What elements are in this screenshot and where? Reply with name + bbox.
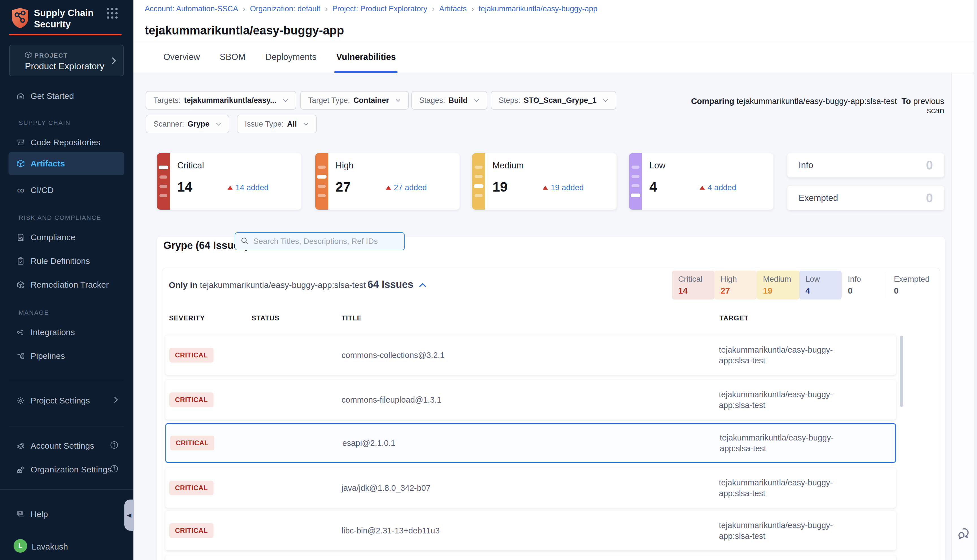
chip-exempted[interactable]: Exempted 0 bbox=[888, 271, 936, 300]
search-input[interactable] bbox=[253, 237, 399, 246]
exempted-summary-card[interactable]: Exempted 0 bbox=[787, 186, 944, 210]
issues-search[interactable] bbox=[235, 232, 405, 250]
triangle-up-icon bbox=[700, 186, 705, 190]
low-summary-card[interactable]: Low 4 4 added bbox=[629, 153, 773, 210]
chevron-up-icon[interactable] bbox=[418, 278, 427, 290]
search-icon bbox=[240, 237, 249, 246]
critical-summary-card[interactable]: Critical 14 14 added bbox=[157, 153, 301, 210]
scanner-filter-dropdown[interactable]: Scanner: Grype bbox=[145, 115, 229, 133]
shield-logo-icon bbox=[11, 7, 29, 30]
table-row[interactable]: CRITICAL commons-fileupload@1.3.1 tejaku… bbox=[165, 380, 896, 420]
table-row[interactable]: CRITICAL java/jdk@1.8.0_342-b07 tejakumm… bbox=[165, 468, 896, 508]
issue-type-filter-dropdown[interactable]: Issue Type: All bbox=[237, 115, 317, 133]
section-supply-chain: SUPPLY CHAIN bbox=[18, 119, 70, 127]
table-row[interactable]: CRITICAL libc-bin@2.31-13+deb11u3 tejaku… bbox=[165, 511, 896, 550]
breadcrumb-artifacts[interactable]: Artifacts bbox=[439, 5, 467, 13]
tab-sbom[interactable]: SBOM bbox=[220, 41, 246, 73]
severity-badge: CRITICAL bbox=[170, 436, 214, 450]
severity-badge: CRITICAL bbox=[169, 392, 214, 407]
sidebar-item-organization-settings[interactable]: Organization Settings bbox=[0, 462, 134, 477]
chip-high[interactable]: High 27 bbox=[714, 271, 757, 300]
breadcrumb-separator: › bbox=[325, 4, 327, 13]
sidebar-item-help[interactable]: Help bbox=[0, 506, 134, 522]
breadcrumb-account[interactable]: Account: Automation-SSCA bbox=[145, 5, 238, 13]
medium-summary-card[interactable]: Medium 19 19 added bbox=[472, 153, 616, 210]
table-row-selected[interactable]: CRITICAL esapi@2.1.0.1 tejakummarikuntla… bbox=[165, 423, 896, 463]
app-title: Supply Chain Security bbox=[34, 7, 94, 30]
sidebar-item-compliance[interactable]: Compliance bbox=[0, 230, 134, 245]
table-row[interactable]: CRITICAL commons-collections@3.2.1 tejak… bbox=[165, 335, 896, 375]
info-circle-icon[interactable] bbox=[110, 464, 119, 475]
targets-filter-dropdown[interactable]: Targets: tejakummarikuntla/easy... bbox=[145, 91, 296, 110]
sidebar-item-get-started[interactable]: Get Started bbox=[0, 88, 134, 104]
section-manage: MANAGE bbox=[18, 309, 49, 317]
info-summary-card[interactable]: Info 0 bbox=[787, 153, 944, 177]
chip-critical[interactable]: Critical 14 bbox=[672, 271, 714, 300]
breadcrumb-separator: › bbox=[242, 4, 246, 13]
column-severity: SEVERITY bbox=[169, 314, 205, 322]
page-scrollbar[interactable] bbox=[974, 0, 977, 560]
sidebar-collapse-handle[interactable]: ◀ bbox=[124, 500, 134, 531]
chevron-down-icon bbox=[474, 98, 479, 102]
chat-bubbles-icon[interactable] bbox=[957, 526, 972, 542]
table-row-partial[interactable] bbox=[165, 555, 896, 560]
project-label: PROJECT bbox=[35, 52, 68, 59]
sidebar-item-remediation-tracker[interactable]: Remediation Tracker bbox=[0, 277, 134, 293]
sidebar-item-code-repositories[interactable]: Code Repositories bbox=[0, 135, 134, 150]
high-severity-band bbox=[315, 153, 328, 210]
sidebar-footer-divider bbox=[0, 489, 134, 490]
sidebar-item-account-settings[interactable]: Account Settings bbox=[0, 438, 134, 454]
sidebar-divider bbox=[9, 427, 124, 427]
code-repositories-icon bbox=[16, 138, 25, 147]
sidebar-item-cicd[interactable]: ∞ CI/CD bbox=[0, 182, 134, 198]
issue-target: tejakummarikuntla/easy-buggy-app:slsa-te… bbox=[719, 477, 847, 499]
chevron-right-icon bbox=[111, 56, 117, 67]
sidebar: Supply Chain Security PROJECT Product E bbox=[0, 0, 134, 560]
high-delta: 27 added bbox=[386, 183, 427, 192]
sidebar-item-artifacts[interactable]: Artifacts bbox=[0, 156, 134, 172]
breadcrumb-organization[interactable]: Organization: default bbox=[250, 5, 320, 13]
issue-target: tejakummarikuntla/easy-buggy-app:slsa-te… bbox=[720, 432, 848, 454]
chevron-down-icon bbox=[283, 98, 288, 102]
gutter-divider bbox=[952, 73, 952, 560]
chip-medium[interactable]: Medium 19 bbox=[757, 271, 799, 300]
column-status: STATUS bbox=[252, 314, 279, 322]
issue-target: tejakummarikuntla/easy-buggy-app:slsa-te… bbox=[719, 520, 847, 542]
severity-badge: CRITICAL bbox=[169, 523, 214, 538]
chevron-right-icon bbox=[114, 396, 119, 406]
app-switcher-grid-icon[interactable] bbox=[106, 7, 119, 21]
issue-title: commons-fileupload@1.3.1 bbox=[341, 395, 441, 405]
column-target: TARGET bbox=[720, 314, 748, 322]
chip-info[interactable]: Info 0 bbox=[842, 271, 884, 300]
issues-count-toggle[interactable]: 64 Issues bbox=[367, 278, 427, 290]
sidebar-item-rule-definitions[interactable]: Rule Definitions bbox=[0, 253, 134, 269]
cicd-infinity-icon: ∞ bbox=[16, 187, 25, 193]
artifact-tabs: Overview SBOM Deployments Vulnerabilitie… bbox=[164, 41, 396, 73]
project-selector[interactable]: PROJECT Product Exploratory bbox=[9, 45, 124, 76]
stages-filter-dropdown[interactable]: Stages: Build bbox=[411, 91, 488, 110]
project-cube-icon bbox=[24, 51, 32, 60]
tab-overview[interactable]: Overview bbox=[164, 41, 200, 73]
artifacts-cube-icon bbox=[16, 159, 25, 168]
info-circle-icon[interactable] bbox=[110, 440, 119, 452]
high-summary-card[interactable]: High 27 27 added bbox=[315, 153, 460, 210]
critical-delta: 14 added bbox=[227, 183, 269, 192]
target-type-filter-dropdown[interactable]: Target Type: Container bbox=[300, 91, 409, 110]
brand-divider bbox=[9, 34, 122, 35]
user-avatar[interactable]: L bbox=[13, 539, 27, 553]
organization-settings-icon bbox=[16, 465, 25, 474]
sidebar-item-project-settings[interactable]: Project Settings bbox=[0, 393, 134, 408]
breadcrumb-project[interactable]: Project: Product Exploratory bbox=[332, 5, 427, 13]
tab-deployments[interactable]: Deployments bbox=[266, 41, 317, 73]
user-name[interactable]: Lavakush bbox=[32, 542, 68, 552]
triangle-up-icon bbox=[227, 186, 233, 190]
chip-low[interactable]: Low 4 bbox=[799, 271, 842, 300]
tab-vulnerabilities[interactable]: Vulnerabilities bbox=[336, 41, 396, 73]
issues-list-scrollbar[interactable] bbox=[900, 336, 903, 407]
steps-filter-dropdown[interactable]: Steps: STO_Scan_Grype_1 bbox=[491, 91, 616, 110]
sidebar-item-integrations[interactable]: Integrations bbox=[0, 324, 134, 340]
triangle-up-icon bbox=[386, 186, 391, 190]
page-title: tejakummarikuntla/easy-buggy-app bbox=[145, 24, 344, 37]
sidebar-item-pipelines[interactable]: Pipelines bbox=[0, 348, 134, 364]
breadcrumb-artifact-name[interactable]: tejakummarikuntla/easy-buggy-app bbox=[479, 5, 597, 13]
